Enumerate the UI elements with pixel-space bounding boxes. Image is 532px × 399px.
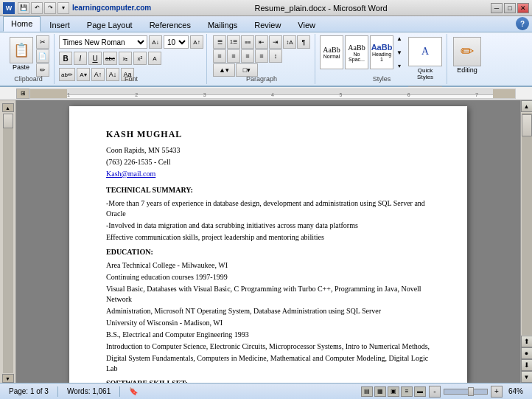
clear-format-button[interactable]: A: [148, 52, 161, 65]
document-page[interactable]: KASH MUGHAL Coon Rapids, MN 55433 (763) …: [69, 106, 467, 383]
redo-icon[interactable]: ↷: [44, 2, 56, 14]
save-icon[interactable]: 💾: [18, 2, 29, 14]
bold-button[interactable]: B: [59, 52, 72, 65]
show-marks-button[interactable]: ¶: [297, 35, 310, 49]
undo-icon[interactable]: ↶: [31, 2, 43, 14]
sort-button[interactable]: ↕A: [283, 35, 296, 49]
view-draft[interactable]: ▬: [414, 386, 426, 397]
resume-name: KASH MUGHAL: [106, 128, 430, 141]
align-right-button[interactable]: ≡: [241, 49, 254, 63]
scroll-page-up[interactable]: ⬆: [521, 336, 533, 347]
shading-button[interactable]: ▲▾: [213, 63, 235, 77]
styles-scroll[interactable]: ▲ ▼ ▾: [395, 35, 404, 69]
font-size-increase[interactable]: A↑: [190, 35, 203, 49]
restore-button[interactable]: □: [504, 3, 516, 13]
left-scroll-down[interactable]: ▼: [2, 374, 14, 383]
scroll-track: [522, 113, 532, 335]
font-label: Font: [125, 75, 138, 83]
help-icon[interactable]: ?: [516, 17, 529, 30]
scroll-thumb[interactable]: [522, 114, 532, 136]
italic-button[interactable]: I: [74, 52, 87, 65]
grow-font-button[interactable]: A↑: [91, 68, 105, 81]
subscript-button[interactable]: x₂: [119, 52, 132, 65]
document-scroll-area[interactable]: KASH MUGHAL Coon Rapids, MN 55433 (763) …: [16, 100, 520, 383]
status-right: ▤ ▦ ▣ ≡ ▬ - + 64%: [361, 386, 526, 398]
paste-button[interactable]: 📋 Paste: [8, 35, 35, 72]
zoom-slider[interactable]: [444, 389, 488, 395]
number-list-button[interactable]: 1☰: [227, 35, 240, 49]
style-normal[interactable]: AaBb Normal: [320, 35, 343, 69]
styles-label: Styles: [373, 75, 391, 83]
paste-icon: 📋: [10, 37, 33, 63]
decrease-indent-button[interactable]: ⇤: [255, 35, 268, 49]
scroll-select[interactable]: ●: [521, 347, 533, 359]
status-bar: Page: 1 of 3 Words: 1,061 🔖 ▤ ▦ ▣ ≡ ▬ - …: [0, 383, 532, 399]
zoom-thumb[interactable]: [468, 387, 474, 396]
font-color-button[interactable]: A▾: [77, 68, 90, 81]
scroll-page-down[interactable]: ⬇: [521, 359, 533, 371]
font-color-row: ab✏ A▾ A↑ A↓ Aa: [59, 68, 134, 81]
section-0-line-0: -More than 7 years of experience in data…: [106, 198, 430, 219]
clipboard-label: Clipboard: [14, 75, 43, 83]
tab-view[interactable]: View: [290, 18, 323, 32]
font-selector-row: Times New Roman A↓ 10 A↑: [59, 35, 203, 49]
minimize-button[interactable]: ─: [491, 3, 503, 13]
section-1-line-6: University of Wisconsin - Madison, WI: [106, 318, 430, 328]
close-button[interactable]: ✕: [517, 3, 529, 13]
zoom-in-button[interactable]: +: [491, 386, 503, 398]
resume-email: Kash@mail.com: [106, 169, 430, 179]
tab-insert[interactable]: Insert: [41, 18, 78, 32]
tab-review[interactable]: Review: [246, 18, 289, 32]
zoom-level: 64%: [505, 387, 526, 395]
shrink-font-button[interactable]: A↓: [106, 68, 119, 81]
align-center-button[interactable]: ≡: [227, 49, 240, 63]
view-print-layout[interactable]: ▤: [361, 386, 373, 397]
section-0-line-1: -Involved in data migration and data scr…: [106, 221, 430, 231]
quick-styles-label: QuickStyles: [417, 67, 433, 80]
justify-button[interactable]: ≡: [255, 49, 268, 63]
ruler: ⊞ 1234567: [0, 87, 532, 100]
left-scroll-up[interactable]: ▲: [2, 103, 14, 112]
highlight-button[interactable]: ab✏: [59, 68, 75, 81]
left-scroll-thumb[interactable]: [3, 114, 13, 128]
section-1-line-0: Area Technical College - Milwaukee, WI: [106, 260, 430, 271]
multilevel-list-button[interactable]: ≡≡: [241, 35, 254, 49]
align-left-button[interactable]: ≡: [213, 49, 226, 63]
font-size-decrease[interactable]: A↓: [149, 35, 162, 49]
scroll-down-button[interactable]: ▼: [521, 371, 533, 383]
left-scroll-track: [3, 114, 13, 373]
window-controls: ─ □ ✕: [491, 3, 529, 13]
increase-indent-button[interactable]: ⇥: [269, 35, 282, 49]
section-1-line-4: Administration, Microsoft NT Operating S…: [106, 306, 430, 316]
scroll-up-button[interactable]: ▲: [521, 100, 533, 112]
tab-mailings[interactable]: Mailings: [200, 18, 245, 32]
tab-home[interactable]: Home: [3, 16, 41, 32]
font-group: Times New Roman A↓ 10 A↑ B I U abc x₂ x²…: [56, 34, 207, 84]
section-0-line-2: Effective communication skills, project …: [106, 232, 430, 243]
cut-button[interactable]: ✂: [36, 35, 49, 49]
status-divider-2: [119, 386, 120, 397]
view-web[interactable]: ▣: [388, 386, 399, 397]
zoom-out-button[interactable]: -: [429, 386, 441, 398]
paragraph-group: ☰ 1☰ ≡≡ ⇤ ⇥ ↕A ¶ ≡ ≡ ≡ ≡ ↕ ▲▾ □▾ Paragra…: [209, 34, 315, 84]
copy-button[interactable]: 📄: [36, 49, 49, 63]
font-size-select[interactable]: 10: [164, 35, 189, 49]
tab-page-layout[interactable]: Page Layout: [79, 18, 141, 32]
strikethrough-button[interactable]: abc: [103, 52, 117, 65]
view-full-screen[interactable]: ▦: [374, 386, 386, 397]
font-family-select[interactable]: Times New Roman: [59, 35, 147, 49]
customize-icon[interactable]: ▾: [57, 2, 69, 14]
style-no-spacing[interactable]: AaBb No Spac...: [345, 35, 368, 69]
editing-button[interactable]: ✏ Editing: [452, 35, 483, 75]
quick-styles-button[interactable]: A QuickStyles: [407, 35, 444, 82]
ruler-corner[interactable]: ⊞: [16, 89, 29, 99]
tab-references[interactable]: References: [141, 18, 199, 32]
quick-styles-icon: A: [408, 37, 442, 66]
underline-button[interactable]: U: [88, 52, 102, 65]
bullet-list-button[interactable]: ☰: [213, 35, 226, 49]
style-heading1[interactable]: AaBb Heading 1: [370, 35, 393, 69]
quick-access-toolbar: 💾 ↶ ↷ ▾: [18, 2, 69, 14]
superscript-button[interactable]: x²: [133, 52, 147, 65]
view-outline[interactable]: ≡: [401, 386, 413, 397]
line-spacing-button[interactable]: ↕: [269, 49, 282, 63]
